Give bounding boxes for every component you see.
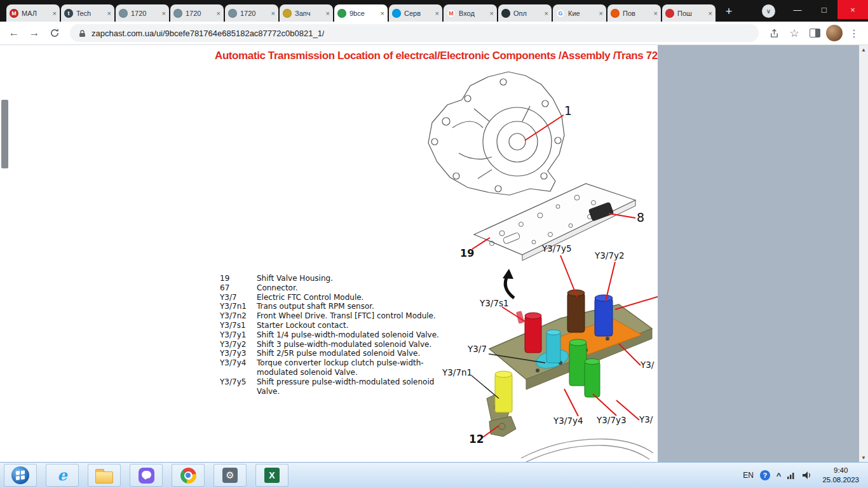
page-viewport: Automatic Transmission Location of elect… xyxy=(0,45,868,462)
tab-title: Tech xyxy=(76,10,105,17)
legend-item: Y3/7y3 Shift 2/5R pulse modulated soleno… xyxy=(220,349,446,358)
browser-tab[interactable]: 9bce × xyxy=(334,4,388,22)
excel-icon: X xyxy=(264,468,280,483)
tab-title: Опл xyxy=(513,10,543,17)
share-button[interactable] xyxy=(765,24,783,42)
browser-tab[interactable]: Опл × xyxy=(498,4,552,22)
forward-button[interactable]: → xyxy=(25,24,43,42)
tab-close-icon[interactable]: × xyxy=(217,10,220,17)
tab-favicon-icon: G xyxy=(556,9,565,18)
help-icon[interactable]: ? xyxy=(760,470,770,480)
browser-tab[interactable]: Пош × xyxy=(662,4,715,22)
legend-item: 67 Connector. xyxy=(220,283,446,293)
legend-part-desc: Trans output shaft RPM sensor. xyxy=(257,302,446,311)
callout-part-8: 8 xyxy=(637,210,644,224)
legend-item: Y3/7y4 Torque converter lockup clutch pu… xyxy=(220,358,446,377)
tab-close-icon[interactable]: × xyxy=(326,10,330,17)
legend-part-code: Y3/7y5 xyxy=(220,377,257,396)
tab-favicon-icon xyxy=(283,9,292,18)
volume-icon[interactable] xyxy=(803,471,812,479)
chevron-up-icon[interactable]: ^ xyxy=(776,471,782,480)
legend-part-desc: Starter Lockout contact. xyxy=(257,321,446,330)
taskbar-viber[interactable] xyxy=(130,464,163,487)
taskbar-file-explorer[interactable] xyxy=(88,464,121,487)
tab-close-icon[interactable]: × xyxy=(599,10,603,17)
url-text: zapchast.com.ua/ui/9bcefe781764e685182ac… xyxy=(92,29,324,38)
browser-tab[interactable]: 1720 × xyxy=(170,4,224,22)
transmission-housing-drawing xyxy=(428,72,564,195)
tab-favicon-icon xyxy=(228,9,237,18)
tab-close-icon[interactable]: × xyxy=(271,10,275,17)
tab-favicon-icon: t xyxy=(64,9,73,18)
browser-tab[interactable]: M Вход × xyxy=(444,4,497,22)
browser-tab[interactable]: t Tech × xyxy=(61,4,114,22)
window-minimize-button[interactable]: — xyxy=(784,0,811,19)
legend-part-code: Y3/7y2 xyxy=(220,340,257,349)
browser-tab[interactable]: М МАЛ × xyxy=(6,4,60,22)
profile-avatar[interactable] xyxy=(826,25,843,41)
taskbar-internet-explorer[interactable]: e xyxy=(46,464,79,487)
tab-title: Серв xyxy=(404,10,433,17)
address-bar[interactable]: zapchast.com.ua/ui/9bcefe781764e685182ac… xyxy=(70,24,759,42)
legend-part-code: Y3/7n1 xyxy=(220,302,257,311)
legend-item: Y3/7n1 Trans output shaft RPM sensor. xyxy=(220,302,446,311)
scroll-down-arrow-icon[interactable]: ▼ xyxy=(859,453,868,462)
callout-y3-7y3: Y3/7y3 xyxy=(597,415,627,425)
gear-icon: ⚙ xyxy=(222,468,238,483)
start-button[interactable] xyxy=(4,464,37,487)
scrollbar-thumb[interactable] xyxy=(1,100,8,168)
callout-y3-7y2: Y3/7y2 xyxy=(595,250,625,261)
taskbar-clock[interactable]: 9:40 25.08.2023 xyxy=(822,466,859,485)
browser-tab[interactable]: 1720 × xyxy=(116,4,169,22)
internet-explorer-icon: e xyxy=(57,468,67,483)
browser-tab-strip: М МАЛ × t Tech × 1720 × 1720 × xyxy=(0,0,868,22)
taskbar-utility-app[interactable]: ⚙ xyxy=(214,464,247,487)
legend-part-code: Y3/7y1 xyxy=(220,330,257,340)
tab-close-icon[interactable]: × xyxy=(545,10,548,17)
tab-list: М МАЛ × t Tech × 1720 × 1720 × xyxy=(6,4,717,22)
browser-tab[interactable]: 1720 × xyxy=(225,4,278,22)
tab-close-icon[interactable]: × xyxy=(53,10,57,17)
legend-part-code: 67 xyxy=(220,283,257,293)
image-heading: Automatic Transmission Location of elect… xyxy=(215,50,658,62)
tab-close-icon[interactable]: × xyxy=(490,10,494,17)
callout-y3-7y5: Y3/7y5 xyxy=(542,243,572,254)
tab-title: 9bce xyxy=(349,10,379,17)
refresh-button[interactable] xyxy=(46,24,64,42)
window-maximize-button[interactable]: □ xyxy=(811,0,837,19)
callout-y3-7n1: Y3/7n1 xyxy=(442,367,472,377)
scroll-up-arrow-icon[interactable]: ▲ xyxy=(859,45,868,54)
callout-y3-7s1: Y3/7s1 xyxy=(480,298,509,308)
back-button[interactable]: ← xyxy=(5,24,23,42)
browser-tab[interactable]: Пов × xyxy=(607,4,661,22)
tab-close-icon[interactable]: × xyxy=(162,10,166,17)
legend-item: Y3/7y1 Shift 1/4 pulse-width-modulated s… xyxy=(220,330,446,340)
legend-part-desc: Shift 2/5R pulse modulated solenoid Valv… xyxy=(257,349,446,358)
chrome-icon xyxy=(180,468,196,484)
callout-part-12: 12 xyxy=(469,433,484,445)
tab-close-icon[interactable]: × xyxy=(381,10,384,17)
window-close-button[interactable]: × xyxy=(837,0,868,19)
language-indicator[interactable]: EN xyxy=(743,471,754,480)
taskbar-chrome[interactable] xyxy=(172,464,205,487)
tab-close-icon[interactable]: × xyxy=(654,10,658,17)
browser-tab[interactable]: Серв × xyxy=(389,4,442,22)
legend-part-desc: Shift pressure pulse-width-modulated sol… xyxy=(257,377,446,396)
oil-pan-outline xyxy=(521,439,653,462)
legend-item: 19 Shift Valve Housing. xyxy=(220,274,446,283)
tab-close-icon[interactable]: × xyxy=(107,10,111,17)
new-tab-button[interactable]: + xyxy=(721,3,737,20)
network-signal-icon[interactable] xyxy=(787,471,796,479)
tab-search-chevron-icon[interactable]: ∨ xyxy=(762,4,775,18)
tab-close-icon[interactable]: × xyxy=(709,10,712,17)
taskbar-excel[interactable]: X xyxy=(255,464,288,487)
callout-cut-right-middle: Y3/ xyxy=(641,360,654,370)
bookmark-star-button[interactable]: ☆ xyxy=(785,24,803,42)
browser-tab[interactable]: Запч × xyxy=(280,4,333,22)
tab-close-icon[interactable]: × xyxy=(435,10,439,17)
browser-menu-button[interactable]: ⋮ xyxy=(845,24,863,42)
tab-title: Пов xyxy=(623,10,652,17)
side-panel-button[interactable] xyxy=(806,24,824,42)
browser-tab[interactable]: G Кие × xyxy=(553,4,606,22)
page-scrollbar[interactable]: ▲ ▼ xyxy=(859,45,868,462)
